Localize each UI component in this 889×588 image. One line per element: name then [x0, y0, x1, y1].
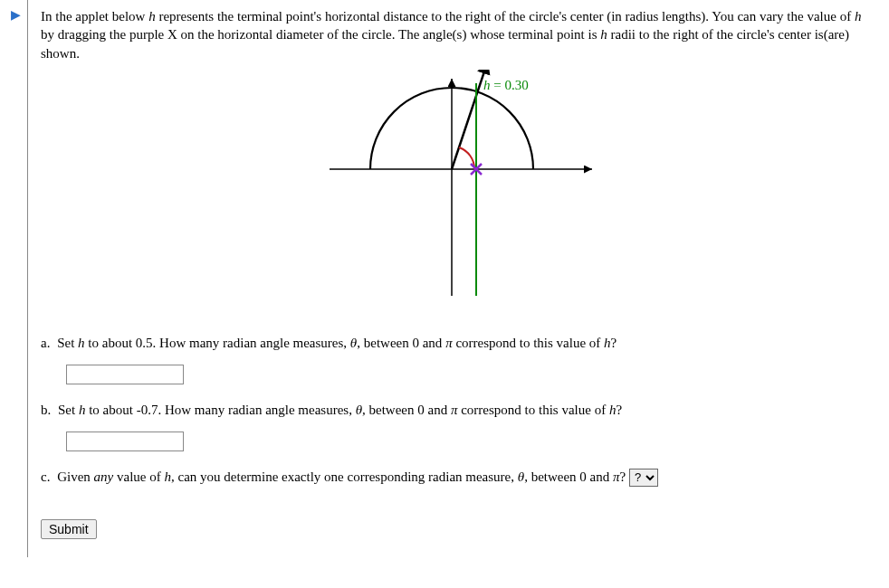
qb-t4: correspond to this value of: [457, 403, 608, 417]
qc-any: any: [94, 469, 114, 484]
qa-h2: h: [604, 336, 611, 350]
applet-h-value: = 0.30: [490, 78, 528, 92]
qb-t1: Set: [54, 403, 79, 417]
qa-t1: Set: [53, 336, 78, 350]
intro-text: In the applet below h represents the ter…: [41, 7, 871, 62]
question-c: c. Given any value of h, can you determi…: [41, 468, 871, 487]
qc-t4: , between 0 and: [524, 469, 613, 484]
qc-t3: , can you determine exactly one correspo…: [171, 469, 518, 484]
svg-text:h = 0.30: h = 0.30: [483, 78, 529, 92]
expand-arrow[interactable]: ▶: [0, 0, 27, 23]
qa-t3: , between 0 and: [357, 336, 445, 350]
answer-b-input[interactable]: [66, 432, 184, 451]
qa-letter: a.: [41, 336, 50, 350]
qa-t2: to about 0.5. How many radian angle meas…: [85, 336, 350, 350]
qb-t2: to about -0.7. How many radian angle mea…: [85, 403, 355, 417]
qa-h: h: [78, 336, 85, 350]
applet-h-var: h: [483, 78, 491, 92]
qb-t5: ?: [616, 403, 622, 417]
qc-t5: ?: [620, 469, 629, 484]
intro-var-h-1: h: [148, 9, 156, 24]
qc-t2: value of: [113, 469, 164, 484]
qc-letter: c.: [41, 469, 50, 484]
qa-t5: ?: [611, 336, 617, 350]
intro-var-h-3: h: [600, 27, 607, 42]
qb-t3: , between 0 and: [362, 403, 451, 417]
qb-letter: b.: [41, 403, 51, 417]
circle-applet[interactable]: h = 0.30: [41, 70, 871, 308]
answer-a-input[interactable]: [66, 365, 184, 384]
qb-theta: θ: [356, 403, 362, 417]
submit-button[interactable]: Submit: [41, 519, 97, 539]
intro-part3: by dragging the purple X on the horizont…: [41, 27, 600, 42]
intro-part2: represents the terminal point's horizont…: [156, 9, 855, 24]
question-a: a. Set h to about 0.5. How many radian a…: [41, 334, 871, 384]
qa-t4: correspond to this value of: [453, 336, 604, 350]
triangle-right-icon: ▶: [11, 8, 21, 22]
qc-t1: Given: [53, 469, 93, 484]
question-b: b. Set h to about -0.7. How many radian …: [41, 401, 871, 451]
answer-c-select[interactable]: ?: [629, 469, 658, 487]
intro-var-h-2: h: [855, 9, 862, 24]
qc-pi: π: [613, 469, 620, 484]
question-body: In the applet below h represents the ter…: [27, 0, 889, 557]
qc-h: h: [165, 469, 172, 484]
qa-pi: π: [445, 336, 453, 350]
applet-svg: h = 0.30: [293, 70, 619, 305]
intro-part1: In the applet below: [41, 9, 148, 24]
